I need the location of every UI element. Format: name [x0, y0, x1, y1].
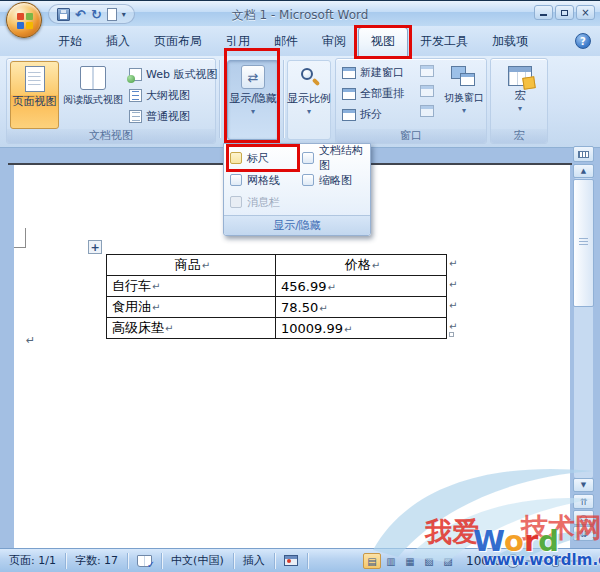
ruler-checkbox[interactable]	[230, 152, 242, 164]
cell-mark-icon: ↵	[152, 281, 160, 292]
gridlines-checkbox[interactable]	[230, 174, 242, 186]
language-indicator[interactable]: 中文(中国)	[162, 553, 233, 569]
zoom-slider-thumb[interactable]	[552, 555, 559, 567]
draft-view-button[interactable]: 普通视图	[127, 106, 219, 127]
table-cell[interactable]: 10009.99	[281, 321, 343, 336]
table-row[interactable]: 高级床垫↵ 10009.99↵	[107, 318, 447, 339]
reset-window-position-icon[interactable]	[420, 105, 434, 117]
print-layout-button[interactable]: 页面视图	[10, 61, 59, 129]
split-label: 拆分	[360, 107, 382, 122]
scrollbar-thumb[interactable]	[573, 179, 594, 307]
gridlines-label: 网格线	[247, 173, 280, 188]
view-shortcut-buttons: ▤ ▥ ▦ ▧ ▨	[363, 553, 457, 569]
status-draft-button[interactable]: ▨	[439, 553, 457, 569]
menu-item-message-bar: 消息栏	[230, 192, 296, 212]
tab-references[interactable]: 引用	[214, 28, 262, 56]
macro-record-status[interactable]	[275, 553, 307, 569]
cell-mark-icon: ↵	[372, 260, 380, 271]
tab-insert[interactable]: 插入	[94, 28, 142, 56]
tab-addins[interactable]: 加载项	[480, 28, 540, 56]
thumbnails-checkbox[interactable]	[302, 174, 314, 186]
macros-label: 宏	[515, 89, 526, 102]
macros-button[interactable]: 宏 ▾	[499, 61, 541, 131]
margin-corner-mark	[14, 228, 26, 248]
web-layout-button[interactable]: Web 版式视图	[127, 64, 219, 85]
menu-item-gridlines[interactable]: 网格线	[230, 170, 296, 190]
word-count-indicator[interactable]: 字数: 17	[66, 553, 127, 569]
fullscreen-reading-label: 阅读版式视图	[63, 93, 123, 106]
spellcheck-status[interactable]: ✓	[128, 553, 161, 569]
status-outline-button[interactable]: ▧	[420, 553, 438, 569]
tab-mailings[interactable]: 邮件	[262, 28, 310, 56]
paragraph-mark-icon: ↵	[26, 334, 35, 347]
cell-mark-icon: ↵	[152, 302, 160, 313]
table-row[interactable]: 自行车↵ 456.99↵	[107, 276, 447, 297]
fullscreen-reading-button[interactable]: 阅读版式视图	[61, 61, 125, 129]
table-cell[interactable]: 78.50	[281, 300, 318, 315]
table-cell[interactable]: 高级床垫	[112, 320, 164, 335]
table-cell[interactable]: 自行车	[112, 278, 151, 293]
table-row[interactable]: 食用油↵ 78.50↵	[107, 297, 447, 318]
outline-view-label: 大纲视图	[146, 88, 190, 103]
draft-view-icon	[129, 110, 142, 123]
switch-windows-icon	[451, 66, 477, 88]
outline-view-icon	[129, 89, 142, 102]
select-browse-object-button[interactable]: ○	[573, 510, 594, 525]
thumbnails-label: 缩略图	[319, 173, 352, 188]
menu-item-thumbnails[interactable]: 缩略图	[302, 170, 368, 190]
cell-mark-icon: ↵	[202, 260, 210, 271]
table-cell[interactable]: 食用油	[112, 299, 151, 314]
tab-developer[interactable]: 开发工具	[408, 28, 480, 56]
close-button[interactable]: ×	[576, 5, 595, 20]
show-hide-menu-button[interactable]: ⇄ 显示/隐藏 ▾	[227, 60, 279, 140]
zoom-level[interactable]: 100%	[466, 554, 500, 568]
status-fullscreen-reading-button[interactable]: ▥	[382, 553, 400, 569]
table-header-price[interactable]: 价格	[345, 257, 371, 272]
view-side-by-side-icon[interactable]	[420, 65, 434, 77]
web-layout-label: Web 版式视图	[146, 67, 217, 82]
document-map-checkbox[interactable]	[302, 152, 314, 164]
window-controls: ×	[534, 5, 595, 20]
ruler-toggle-button[interactable]	[573, 146, 594, 162]
maximize-button[interactable]	[555, 5, 574, 20]
ribbon-separator	[219, 60, 220, 138]
switch-windows-button[interactable]: 切换窗口 ▾	[442, 61, 486, 131]
arrange-all-button[interactable]: 全部重排	[340, 83, 406, 104]
office-button[interactable]	[6, 2, 42, 38]
table-row[interactable]: 商品↵ 价格↵	[107, 255, 447, 276]
tab-review[interactable]: 审阅	[310, 28, 358, 56]
switch-windows-label: 切换窗口	[444, 91, 484, 104]
minimize-button[interactable]	[534, 5, 553, 20]
help-icon[interactable]: ?	[575, 33, 591, 49]
menu-item-document-map[interactable]: 文档结构图	[302, 148, 368, 168]
scroll-up-button[interactable]: ▲	[573, 164, 594, 178]
split-button[interactable]: 拆分	[340, 104, 406, 125]
zoom-slider[interactable]	[526, 560, 584, 562]
table-cell[interactable]: 456.99	[281, 279, 327, 294]
page-indicator[interactable]: 页面: 1/1	[0, 553, 65, 569]
macros-caret-icon: ▾	[518, 104, 522, 113]
zoom-out-button[interactable]: –	[506, 554, 520, 568]
tab-view[interactable]: 视图	[358, 27, 408, 56]
word-application-window: ↶ ↻ ▾ 文档 1 - Microsoft Word × 开始 插入 页面布局…	[0, 0, 600, 572]
tab-page-layout[interactable]: 页面布局	[142, 28, 214, 56]
synchronous-scrolling-icon[interactable]	[420, 85, 434, 97]
outline-view-button[interactable]: 大纲视图	[127, 85, 219, 106]
insert-mode-indicator[interactable]: 插入	[234, 553, 274, 569]
table-move-handle[interactable]: +	[88, 240, 102, 254]
document-table[interactable]: 商品↵ 价格↵ 自行车↵ 456.99↵ 食用油↵ 78.50↵ 高级床垫↵ 1…	[106, 254, 447, 339]
scroll-down-button[interactable]: ▼	[573, 478, 594, 492]
table-resize-handle[interactable]	[449, 332, 454, 337]
status-print-layout-button[interactable]: ▤	[363, 553, 381, 569]
status-web-layout-button[interactable]: ▦	[401, 553, 419, 569]
previous-page-button[interactable]: ⇈	[573, 494, 594, 509]
new-window-button[interactable]: 新建窗口	[340, 62, 406, 83]
table-header-product[interactable]: 商品	[175, 257, 201, 272]
group-document-views: 页面视图 阅读版式视图 Web 版式视图 大纲视图 普通视图	[6, 58, 216, 144]
zoom-menu-button[interactable]: 显示比例 ▾	[287, 60, 331, 140]
group-label-document-views: 文档视图	[7, 129, 215, 143]
menu-item-ruler[interactable]: 标尺	[230, 148, 296, 168]
tab-home[interactable]: 开始	[46, 28, 94, 56]
web-layout-icon	[129, 68, 142, 81]
next-page-button[interactable]: ⇊	[573, 526, 594, 541]
